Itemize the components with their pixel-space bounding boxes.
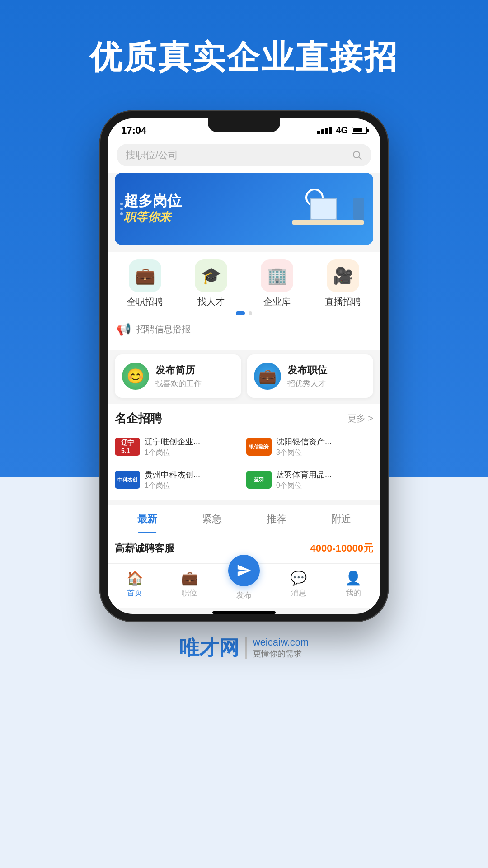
hero-title: 优质真实企业直接招 — [0, 0, 488, 97]
category-item-3[interactable]: 🎥 直播招聘 — [316, 259, 370, 308]
job-card-title: 发布职位 — [287, 363, 327, 377]
category-label-0: 全职招聘 — [127, 296, 163, 308]
section-header: 名企招聘 更多 > — [115, 410, 373, 426]
resume-icon: 😊 — [122, 363, 149, 390]
home-indicator — [212, 611, 276, 614]
category-label-1: 找人才 — [197, 296, 225, 308]
dot-inactive — [249, 311, 252, 315]
status-time: 17:04 — [121, 125, 146, 137]
tab-nearby[interactable]: 附近 — [309, 505, 373, 533]
action-card-job[interactable]: 💼 发布职位 招优秀人才 — [247, 354, 373, 398]
banner-text: 超多岗位 职等你来 — [124, 192, 182, 225]
nav-home-label: 首页 — [127, 588, 142, 598]
search-placeholder: 搜职位/公司 — [126, 148, 347, 162]
desk — [292, 220, 364, 225]
phone-screen: 17:04 4G 搜职位/公司 — [108, 118, 380, 614]
publish-button[interactable] — [228, 555, 260, 586]
jobs-icon: 💼 — [181, 570, 198, 586]
network-label: 4G — [336, 125, 348, 136]
phone-frame: 17:04 4G 搜职位/公司 — [99, 110, 389, 622]
nav-jobs[interactable]: 💼 职位 — [162, 570, 217, 598]
nav-home[interactable]: 🏠 首页 — [108, 570, 162, 598]
job-card-subtitle: 招优秀人才 — [287, 378, 327, 389]
category-item-0[interactable]: 💼 全职招聘 — [118, 259, 172, 308]
category-section: 💼 全职招聘 🎓 找人才 🏢 企业库 🎥 直播招聘 — [108, 252, 380, 350]
home-icon: 🏠 — [127, 570, 143, 586]
job-tabs: 最新 紧急 推荐 附近 — [108, 505, 380, 533]
company-logo-2: 中科杰创 — [115, 471, 140, 489]
nav-messages-label: 消息 — [291, 588, 306, 598]
tab-latest[interactable]: 最新 — [115, 505, 179, 533]
company-item-3[interactable]: 蓝羽 蓝羽体育用品... 0个岗位 — [246, 466, 373, 494]
company-name-2: 贵州中科杰创... — [145, 469, 200, 480]
resume-card-title: 发布简历 — [155, 363, 202, 377]
job-icon: 💼 — [254, 363, 281, 390]
nav-publish[interactable]: 发布 — [217, 568, 272, 600]
brand-bar: 唯才网 weicaiw.com 更懂你的需求 — [0, 622, 488, 672]
profile-icon: 👤 — [345, 570, 361, 586]
category-grid: 💼 全职招聘 🎓 找人才 🏢 企业库 🎥 直播招聘 — [108, 259, 380, 308]
category-icon-fulltime: 💼 — [129, 259, 161, 292]
signal-icon — [317, 127, 332, 134]
company-item-2[interactable]: 中科杰创 贵州中科杰创... 1个岗位 — [115, 466, 242, 494]
banner-dots — [120, 203, 123, 215]
figure — [353, 198, 364, 220]
nav-jobs-label: 职位 — [182, 588, 197, 598]
dot-active — [236, 311, 245, 315]
phone-mockup: 17:04 4G 搜职位/公司 — [99, 110, 389, 622]
company-positions-2: 1个岗位 — [145, 481, 200, 491]
banner-title: 超多岗位 — [124, 192, 182, 209]
company-positions-1: 3个岗位 — [276, 448, 332, 458]
status-right: 4G — [317, 125, 367, 136]
company-logo-0: 辽宁5.1 — [115, 438, 140, 456]
nav-profile[interactable]: 👤 我的 — [326, 570, 380, 598]
section-more[interactable]: 更多 > — [347, 412, 373, 425]
notice-text: 招聘信息播报 — [136, 323, 191, 335]
job-listing-item: 高薪诚聘客服 4000-10000元 — [115, 542, 373, 555]
category-label-3: 直播招聘 — [325, 296, 361, 308]
brand-right: weicaiw.com 更懂你的需求 — [253, 637, 309, 659]
tab-urgent[interactable]: 紧急 — [179, 505, 244, 533]
company-item-1[interactable]: 银信融资 沈阳银信资产... 3个岗位 — [246, 433, 373, 461]
banner[interactable]: 超多岗位 职等你来 — [115, 173, 373, 245]
search-input-wrap[interactable]: 搜职位/公司 — [117, 144, 371, 166]
category-icon-company: 🏢 — [261, 259, 293, 292]
action-card-resume[interactable]: 😊 发布简历 找喜欢的工作 — [115, 354, 241, 398]
search-icon — [352, 150, 362, 160]
category-item-2[interactable]: 🏢 企业库 — [250, 259, 304, 308]
send-icon — [236, 563, 252, 578]
brand-logo: 唯才网 weicaiw.com 更懂你的需求 — [179, 635, 309, 661]
brand-url: weicaiw.com — [253, 637, 309, 648]
category-icon-talent: 🎓 — [195, 259, 227, 292]
search-bar: 搜职位/公司 — [108, 140, 380, 173]
brand-name-cn: 唯才网 — [179, 635, 239, 661]
banner-illustration — [287, 179, 369, 238]
svg-line-1 — [359, 157, 362, 160]
monitor — [310, 198, 337, 220]
hero-section: 优质真实企业直接招 — [0, 0, 488, 97]
job-card-text: 发布职位 招优秀人才 — [287, 363, 327, 389]
company-positions-0: 1个岗位 — [145, 448, 200, 458]
nav-publish-label: 发布 — [236, 590, 252, 600]
job-title: 高薪诚聘客服 — [115, 542, 174, 555]
category-item-1[interactable]: 🎓 找人才 — [184, 259, 238, 308]
dots-indicator — [108, 308, 380, 317]
brand-slogan: 更懂你的需求 — [253, 648, 302, 659]
category-icon-live: 🎥 — [327, 259, 359, 292]
company-info-3: 蓝羽体育用品... 0个岗位 — [276, 469, 332, 491]
nav-messages[interactable]: 💬 消息 — [271, 570, 326, 598]
battery-fill — [353, 128, 362, 132]
nav-profile-label: 我的 — [346, 588, 361, 598]
company-info-1: 沈阳银信资产... 3个岗位 — [276, 436, 332, 458]
tab-recommend[interactable]: 推荐 — [244, 505, 309, 533]
company-name-0: 辽宁唯创企业... — [145, 436, 200, 447]
notice-icon: 📢 — [117, 322, 131, 336]
company-info-2: 贵州中科杰创... 1个岗位 — [145, 469, 200, 491]
battery-icon — [352, 127, 367, 134]
resume-card-text: 发布简历 找喜欢的工作 — [155, 363, 202, 389]
notice-bar: 📢 招聘信息播报 — [108, 317, 380, 342]
company-item-0[interactable]: 辽宁5.1 辽宁唯创企业... 1个岗位 — [115, 433, 242, 461]
company-logo-1: 银信融资 — [246, 438, 272, 456]
category-label-2: 企业库 — [263, 296, 291, 308]
company-section: 名企招聘 更多 > 辽宁5.1 辽宁唯创企业... 1个岗位 银信融资 — [108, 404, 380, 500]
